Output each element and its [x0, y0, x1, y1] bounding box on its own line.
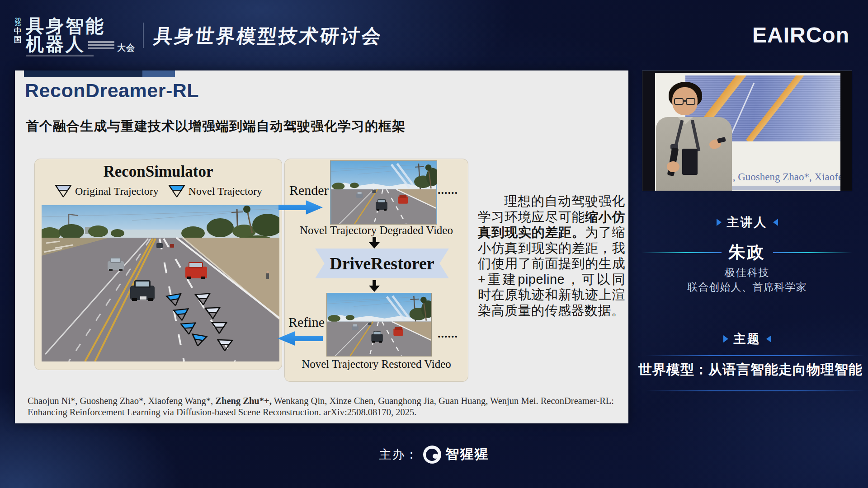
degraded-video-frame	[330, 160, 437, 225]
novel-trajectory-frustum-icon	[168, 184, 186, 198]
down-arrow-icon	[369, 280, 380, 292]
badge-triangle-right-icon	[717, 219, 722, 226]
header-divider	[143, 23, 144, 48]
legend-novel-label: Novel Trajectory	[189, 185, 262, 197]
citation-text: Chaojun Ni*, Guosheng Zhao*, Xiaofeng Wa…	[28, 396, 215, 406]
speaker-role: 联合创始人、首席科学家	[642, 280, 852, 294]
name-divider-line	[642, 252, 722, 253]
pipeline-panel: Render ...... Novel Trajectory Degraded …	[285, 159, 468, 381]
topic-title: 世界模型：从语言智能走向物理智能	[634, 361, 867, 379]
topic-divider-line	[646, 390, 864, 391]
restored-video-caption: Novel Trajectory Restored Video	[285, 358, 468, 371]
topic-divider-line	[646, 355, 864, 356]
down-arrow-icon	[369, 237, 380, 249]
logo-row2-small: 大会	[117, 43, 135, 53]
speaker-badge: 主讲人	[642, 214, 852, 230]
slide-subtitle: 首个融合生成与重建技术以增强端到端自动驾驶强化学习的框架	[26, 117, 406, 136]
slide-accent-bar-light	[142, 70, 175, 77]
livestream-frame: 2025 中国 具身智能 机器人 大会 具身世界模型技术研讨会 EAIRCon …	[0, 0, 868, 488]
road-scene-image	[42, 205, 279, 361]
trajectory-legend: Original Trajectory Novel Trajectory	[35, 184, 282, 198]
footer-host: 主办： 智猩猩	[0, 445, 868, 464]
refine-label: Refine	[288, 314, 325, 330]
badge-triangle-left-icon	[773, 219, 778, 226]
logo-fineprint-bar	[26, 55, 94, 56]
video-wall-edge	[840, 71, 852, 191]
legend-original-label: Original Trajectory	[75, 185, 159, 197]
original-trajectory-frustum-icon	[54, 184, 72, 198]
ellipsis: ......	[438, 327, 458, 341]
speaker-badge-label: 主讲人	[727, 214, 768, 230]
driverestorer-banner: DriveRestorer	[315, 249, 449, 278]
topic-badge-label: 主题	[734, 331, 761, 347]
driverestorer-label: DriveRestorer	[330, 253, 434, 273]
slide-title: ReconDreamer-RL	[25, 80, 199, 102]
reconsimulator-panel: ReconSimulator Original Trajectory Novel…	[35, 159, 282, 370]
restored-video-frame	[326, 293, 432, 357]
reconsimulator-title: ReconSimulator	[35, 163, 282, 181]
logo-year: 2025	[14, 9, 22, 27]
citation-text: Wenkang Qin, Xinze Chen, Guanghong Jia, …	[272, 396, 614, 406]
render-label: Render	[289, 183, 329, 198]
logo-fineprint-bar	[88, 41, 114, 53]
citation: Chaojun Ni*, Guosheng Zhao*, Xiaofeng Wa…	[28, 395, 629, 418]
citation-bold-author: Zheng Zhu*+,	[215, 396, 271, 406]
logo-country: 中国	[14, 27, 22, 44]
speaker-name: 朱政	[729, 241, 766, 264]
speaker-org: 极佳科技	[642, 266, 852, 280]
badge-triangle-left-icon	[766, 335, 771, 343]
badge-triangle-right-icon	[723, 335, 728, 343]
ellipsis: ......	[438, 183, 458, 197]
topic-badge: 主题	[642, 331, 852, 347]
event-title: 具身世界模型技术研讨会	[152, 23, 384, 49]
host-label: 主办：	[379, 446, 419, 463]
slide-accent-bar-dark	[24, 70, 142, 77]
speaker-name-row: 朱政	[642, 241, 852, 264]
render-arrow-icon	[278, 200, 323, 215]
citation-text: Enhancing Reinforcement Learning via Dif…	[28, 407, 416, 417]
logo-row2: 机器人	[26, 35, 85, 53]
eaircon-logo: EAIRCon	[752, 23, 849, 47]
speaker-video-feed: n Ni*, Guosheng Zhao*, Xiaofe	[642, 70, 852, 191]
degraded-video-caption: Novel Trajectory Degraded Video	[285, 224, 468, 237]
host-name: 智猩猩	[446, 445, 489, 464]
speaker-figure	[656, 82, 742, 191]
conference-logo: 2025 中国 具身智能 机器人 大会	[14, 9, 135, 56]
pedestrian	[266, 271, 269, 280]
name-divider-line	[773, 252, 853, 253]
slide-paragraph: 理想的自动驾驶强化学习环境应尽可能缩小仿真到现实的差距。为了缩小仿真到现实的差距…	[478, 193, 625, 318]
logo-row1: 具身智能	[26, 9, 135, 35]
refine-arrow-icon	[278, 331, 323, 346]
zhixingxing-logo-icon	[423, 446, 441, 464]
presentation-slide: ReconDreamer-RL 首个融合生成与重建技术以增强端到端自动驾驶强化学…	[15, 70, 628, 423]
